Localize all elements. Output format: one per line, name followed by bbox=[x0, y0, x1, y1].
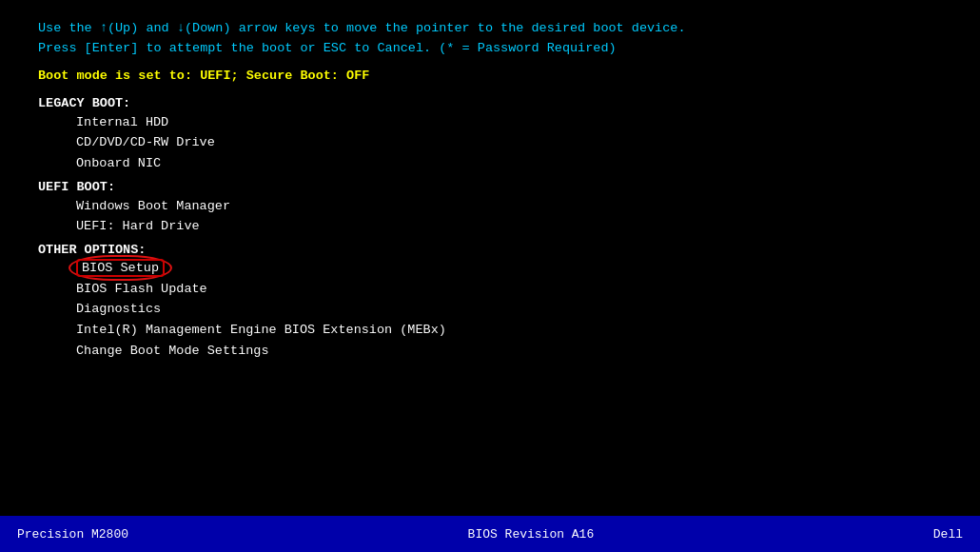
boot-mode-status: Boot mode is set to: UEFI; Secure Boot: … bbox=[38, 69, 942, 83]
uefi-boot-section: UEFI BOOT: Windows Boot Manager UEFI: Ha… bbox=[38, 180, 942, 237]
legacy-boot-section: LEGACY BOOT: Internal HDD CD/DVD/CD-RW D… bbox=[38, 96, 942, 174]
list-item[interactable]: Change Boot Mode Settings bbox=[38, 341, 942, 362]
footer-model: Precision M2800 bbox=[17, 527, 128, 542]
list-item[interactable]: Intel(R) Management Engine BIOS Extensio… bbox=[38, 320, 942, 341]
list-item[interactable]: Diagnostics bbox=[38, 299, 942, 320]
other-options-section: OTHER OPTIONS: BIOS Setup BIOS Flash Upd… bbox=[38, 243, 942, 361]
footer-brand: Dell bbox=[933, 527, 963, 542]
list-item[interactable]: CD/DVD/CD-RW Drive bbox=[38, 132, 942, 153]
footer-bar: Precision M2800 BIOS Revision A16 Dell bbox=[0, 516, 980, 552]
list-item[interactable]: Windows Boot Manager bbox=[38, 196, 942, 217]
other-options-header: OTHER OPTIONS: bbox=[38, 243, 942, 257]
list-item[interactable]: Onboard NIC bbox=[38, 153, 942, 174]
instruction-line2: Press [Enter] to attempt the boot or ESC… bbox=[38, 39, 942, 59]
bios-setup-wrapper: BIOS Setup bbox=[38, 259, 942, 277]
list-item[interactable]: Internal HDD bbox=[38, 112, 942, 133]
bios-setup-item[interactable]: BIOS Setup bbox=[76, 259, 165, 277]
legacy-boot-header: LEGACY BOOT: bbox=[38, 96, 942, 110]
list-item[interactable]: UEFI: Hard Drive bbox=[38, 216, 942, 237]
footer-bios: BIOS Revision A16 bbox=[468, 527, 595, 542]
instructions-text: Use the ↑(Up) and ↓(Down) arrow keys to … bbox=[38, 19, 942, 59]
bios-setup-highlight: BIOS Setup bbox=[76, 259, 165, 277]
instruction-line1: Use the ↑(Up) and ↓(Down) arrow keys to … bbox=[38, 19, 942, 39]
list-item[interactable]: BIOS Flash Update bbox=[38, 279, 942, 300]
uefi-boot-header: UEFI BOOT: bbox=[38, 180, 942, 194]
